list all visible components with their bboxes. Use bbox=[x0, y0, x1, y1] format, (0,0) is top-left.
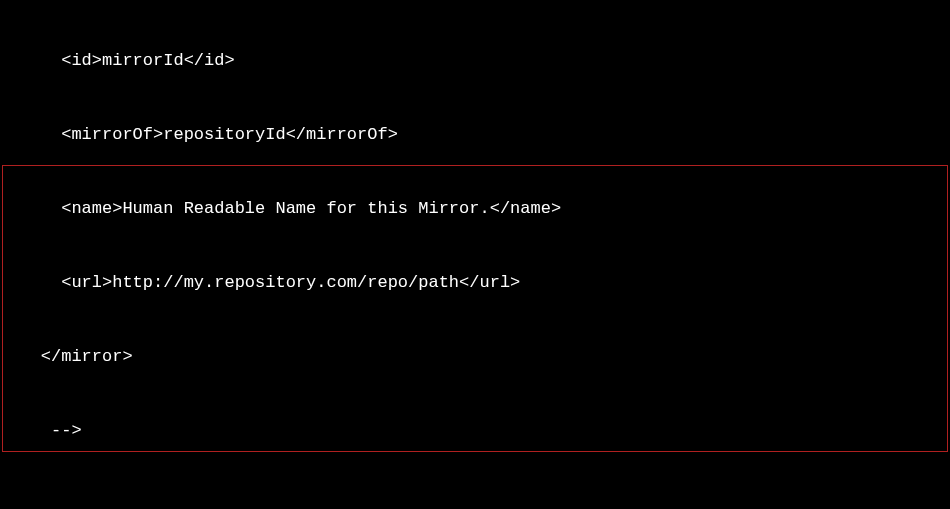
terminal-viewport[interactable]: <id>mirrorId</id> <mirrorOf>repositoryId… bbox=[0, 0, 950, 509]
code-line: <url>http://my.repository.com/repo/path<… bbox=[0, 271, 950, 296]
code-line: <id>mirrorId</id> bbox=[0, 49, 950, 74]
code-line: --> bbox=[0, 419, 950, 444]
code-line: </mirror> bbox=[0, 345, 950, 370]
code-line: <name>Human Readable Name for this Mirro… bbox=[0, 197, 950, 222]
code-line: <mirrorOf>repositoryId</mirrorOf> bbox=[0, 123, 950, 148]
